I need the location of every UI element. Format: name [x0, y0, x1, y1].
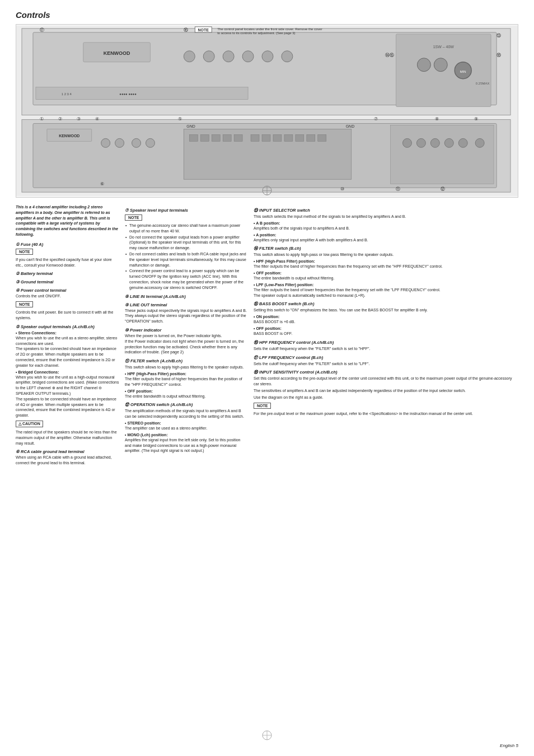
item3-header: ③ Ground terminal	[16, 279, 119, 284]
intro-text: This is a 4 channel amplifier including …	[16, 204, 119, 237]
svg-text:⑨: ⑨	[474, 116, 478, 122]
item13-num: ⑬	[254, 208, 259, 213]
item12-header: ⑫ OPERATION switch (A.ch/B.ch)	[125, 402, 248, 408]
item14-lpf-text: The filter outputs the band of lower fre…	[254, 287, 518, 298]
item11-off-text: The entire bandwidth is output without f…	[125, 394, 248, 399]
item12-num: ⑫	[125, 402, 130, 407]
item13-sub1: • A B position:	[254, 221, 518, 225]
item15-num: ⑮	[254, 301, 259, 306]
svg-rect-39	[189, 134, 198, 141]
item11-hpf-text: The filter outputs the band of higher fr…	[125, 376, 248, 388]
item4-text1: Controls the unit ON/OFF.	[16, 293, 119, 299]
item2-label: Battery terminal	[21, 271, 53, 276]
item10-num: ⑩	[125, 328, 130, 333]
item7-note-label: NOTE	[125, 214, 142, 221]
svg-text:⑫: ⑫	[441, 186, 445, 192]
svg-rect-46	[273, 134, 282, 141]
svg-rect-49	[307, 134, 315, 141]
item14-sub3: • LPF (Low-Pass Filter) position:	[254, 283, 518, 287]
item14-label: FILTER switch (B.ch)	[259, 246, 301, 251]
item15-off-text: BASS BOOST is OFF.	[254, 331, 518, 337]
item5-sub1: • Stereo Connections:	[16, 331, 119, 335]
item6-header: ⑥ RCA cable ground lead terminal	[16, 449, 119, 454]
item13-header: ⑬ INPUT SELECTOR switch	[254, 208, 518, 213]
item9-num: ⑨	[125, 302, 130, 307]
item5-header: ⑤ Speaker output terminals (A.ch/B.ch)	[16, 324, 119, 329]
svg-text:⑥: ⑥	[100, 181, 104, 186]
item18-text2: The sensitivities of amplifiers A and B …	[254, 388, 518, 394]
item7-label: Speaker level input terminals	[130, 208, 188, 213]
item8-label: LINE IN terminal (A.ch/B.ch)	[130, 294, 186, 299]
bottom-crosshair	[261, 730, 273, 742]
item15-text: Setting this switch to "ON" emphasizes t…	[254, 307, 518, 313]
svg-point-8	[242, 51, 254, 62]
item10-label: Power indicator	[130, 328, 161, 333]
item6-label: RCA cable ground lead terminal	[21, 449, 85, 454]
svg-point-36	[132, 138, 141, 147]
item18-note-label: NOTE	[254, 403, 271, 409]
section-title: Controls	[16, 10, 518, 20]
svg-rect-48	[296, 134, 304, 141]
item11-header: ⑪ FILTER switch (A.ch/B.ch)	[125, 358, 248, 364]
item14-text: This switch allows to apply high-pass or…	[254, 252, 518, 258]
item12-label: OPERATION switch (A.ch/B.ch)	[130, 402, 193, 407]
item6-num: ⑥	[16, 449, 21, 454]
svg-text:GND: GND	[346, 124, 355, 128]
item11-text: This switch allows to apply high-pass fi…	[125, 365, 248, 370]
item2-header: ② Battery terminal	[16, 271, 119, 276]
svg-point-7	[223, 51, 234, 62]
item17-label: LPF FREQUENCY control (B.ch)	[259, 355, 323, 360]
item12-stereo-text: The amplifier can be used as a stereo am…	[125, 426, 248, 431]
item2-num: ②	[16, 271, 21, 276]
item4-num: ④	[16, 288, 21, 293]
item1-header: ① Fuse (40 A)	[16, 242, 119, 247]
svg-rect-50	[318, 134, 326, 141]
item4-text2: Controls the unit power. Be sure to conn…	[16, 310, 119, 321]
content-area: This is a 4 channel amplifier including …	[16, 204, 518, 467]
item18-num: ⑱	[254, 370, 259, 375]
diagram-area: KENWOOD 1SW – 40W MIN 0.25MAX 1 2 3 4 ●●…	[16, 24, 518, 198]
svg-text:KENWOOD: KENWOOD	[104, 50, 130, 56]
item1-note-label: NOTE	[16, 249, 33, 255]
svg-text:KENWOOD: KENWOOD	[59, 134, 79, 138]
item16-text: Sets the cutoff frequency when the "FILT…	[254, 346, 518, 352]
item15-sub2: • OFF position:	[254, 326, 518, 330]
item18-text3: Use the diagram on the right as a guide.	[254, 395, 518, 400]
item8-header: ⑧ LINE IN terminal (A.ch/B.ch)	[125, 294, 248, 299]
svg-point-10	[282, 51, 293, 62]
item1-label: Fuse (40 A)	[21, 242, 43, 247]
item4-label: Power control terminal	[21, 288, 66, 293]
svg-point-64	[430, 138, 439, 147]
svg-text:①: ①	[40, 116, 44, 122]
item13-ab-text: Amplifies both of the signals input to a…	[254, 226, 518, 231]
svg-point-66	[458, 138, 467, 147]
item12-sub1: • STEREO position:	[125, 421, 248, 425]
item5-caution-text: The rated input of the speakers should b…	[16, 430, 119, 446]
svg-text:⑰: ⑰	[40, 27, 44, 32]
svg-point-34	[101, 138, 110, 147]
item17-text: Sets the cutoff frequency when the "FILT…	[254, 361, 518, 367]
item13-a-text: Amplifies only signal input amplifier A …	[254, 237, 518, 243]
item11-sub1: • HPF (High-Pass Filter) position:	[125, 372, 248, 376]
svg-rect-47	[284, 134, 293, 141]
item9-header: ⑨ LINE OUT terminal	[125, 302, 248, 307]
col-left: This is a 4 channel amplifier including …	[16, 204, 119, 467]
svg-rect-41	[212, 134, 220, 141]
item5-num: ⑤	[16, 324, 21, 329]
svg-text:⑧: ⑧	[435, 116, 439, 122]
svg-point-35	[115, 138, 124, 147]
svg-text:③: ③	[77, 116, 81, 122]
item17-num: ⑰	[254, 355, 259, 360]
svg-point-37	[146, 138, 154, 147]
item10-text: When the power is turned on, the Power i…	[125, 333, 248, 355]
amplifier-diagram: KENWOOD 1SW – 40W MIN 0.25MAX 1 2 3 4 ●●…	[16, 25, 518, 197]
svg-point-6	[203, 51, 214, 62]
item18-note-text: For the pre-output level or the maximum …	[254, 411, 518, 417]
col-right: ⑬ INPUT SELECTOR switch This switch sele…	[254, 204, 518, 467]
svg-text:⑱: ⑱	[496, 53, 501, 58]
svg-rect-42	[223, 134, 231, 141]
svg-text:1SW – 40W: 1SW – 40W	[433, 45, 455, 49]
item12-text: The amplification methods of the signals…	[125, 408, 248, 419]
svg-text:②: ②	[58, 116, 62, 122]
item1-text: If you can't find the specified capacity…	[16, 257, 119, 268]
